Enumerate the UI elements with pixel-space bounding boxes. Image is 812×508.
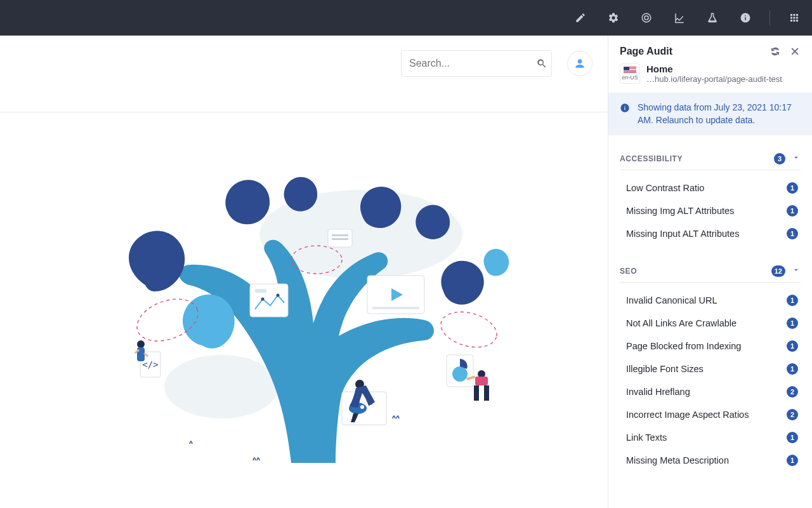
gear-icon[interactable] [605, 9, 622, 27]
svg-point-21 [137, 340, 145, 348]
issue-count-badge: 1 [787, 318, 798, 329]
issue-label: Not All Links Are Crawlable [626, 318, 737, 328]
section-header[interactable]: SEO12 [620, 259, 801, 283]
issue-count-badge: 1 [787, 455, 798, 466]
section-label: ACCESSIBILITY [620, 154, 683, 163]
svg-rect-7 [332, 238, 348, 240]
issue-count-badge: 1 [787, 205, 798, 217]
svg-rect-14 [372, 307, 419, 309]
issue-item[interactable]: Invalid Canonical URL1 [620, 289, 801, 312]
issue-item[interactable]: Missing Input ALT Attributes1 [620, 222, 801, 245]
svg-point-10 [277, 293, 280, 297]
svg-rect-28 [474, 385, 479, 401]
avatar[interactable] [567, 51, 593, 76]
svg-rect-11 [255, 289, 266, 293]
issue-count-badge: 1 [787, 295, 798, 306]
issue-label: Incorrect Image Aspect Ratios [626, 410, 749, 420]
target-icon[interactable] [638, 9, 655, 27]
svg-rect-29 [484, 385, 489, 401]
page-title: Home [646, 64, 782, 74]
svg-point-3 [437, 306, 501, 353]
info-icon[interactable] [737, 9, 754, 27]
issue-list: Invalid Canonical URL1Not All Links Are … [620, 283, 801, 486]
svg-point-1 [164, 355, 278, 418]
issue-label: Low Contrast Ratio [626, 183, 704, 193]
section-header[interactable]: ACCESSIBILITY3 [620, 147, 801, 170]
issue-item[interactable]: Incorrect Image Aspect Ratios2 [620, 403, 801, 426]
pencil-icon[interactable] [572, 9, 589, 27]
search-input[interactable] [409, 58, 536, 69]
issue-item[interactable]: Not All Links Are Crawlable1 [620, 312, 801, 335]
page-audit-panel: Page Audit en-US Home …hub.io/liferay-po… [608, 36, 812, 508]
info-text: Showing data from July 23, 2021 10:17 AM… [638, 102, 801, 126]
svg-rect-27 [475, 377, 488, 385]
issue-count-badge: 1 [787, 363, 798, 375]
issue-list: Low Contrast Ratio1Missing Img ALT Attri… [620, 170, 801, 259]
page-url: …hub.io/liferay-portal/page-audit-test [646, 74, 782, 84]
panel-title: Page Audit [620, 46, 770, 57]
issue-count-badge: 2 [787, 386, 798, 398]
issue-item[interactable]: Missing Meta Description1 [620, 449, 801, 472]
toolbar-divider [769, 10, 770, 25]
page-header [0, 36, 608, 91]
issue-count-badge: 1 [787, 432, 798, 443]
issue-label: Link Texts [626, 432, 667, 443]
grid-icon[interactable] [785, 9, 803, 27]
issue-label: Page Blocked from Indexing [626, 341, 741, 351]
issue-item[interactable]: Illegible Font Sizes1 [620, 358, 801, 380]
issue-label: Missing Meta Description [626, 455, 729, 465]
chevron-down-icon [792, 265, 801, 277]
hero-illustration: </> [0, 112, 608, 508]
issue-count-badge: 1 [787, 182, 798, 194]
section-count-badge: 12 [771, 265, 785, 277]
issue-item[interactable]: Low Contrast Ratio1 [620, 177, 801, 199]
search-icon[interactable] [536, 58, 547, 69]
page-meta: en-US Home …hub.io/liferay-portal/page-a… [608, 64, 812, 93]
search-box[interactable] [401, 50, 552, 77]
issue-label: Missing Input ALT Attributes [626, 229, 739, 239]
flag-icon [624, 67, 636, 74]
language-code: en-US [622, 74, 638, 81]
language-badge[interactable]: en-US [620, 64, 640, 84]
chart-icon[interactable] [671, 9, 688, 27]
close-icon[interactable] [790, 46, 801, 57]
issue-item[interactable]: Invalid Hreflang2 [620, 380, 801, 403]
info-icon [620, 103, 630, 126]
svg-point-18 [360, 405, 364, 409]
svg-point-9 [261, 297, 265, 300]
issue-count-badge: 2 [787, 409, 798, 420]
issue-label: Illegible Font Sizes [626, 364, 704, 374]
info-alert: Showing data from July 23, 2021 10:17 AM… [608, 93, 812, 135]
panel-header: Page Audit [608, 36, 812, 64]
issue-count-badge: 1 [787, 228, 798, 239]
issue-sections: ACCESSIBILITY3Low Contrast Ratio1Missing… [608, 135, 812, 508]
section-label: SEO [620, 267, 637, 276]
issue-item[interactable]: Page Blocked from Indexing1 [620, 335, 801, 358]
refresh-icon[interactable] [770, 46, 780, 57]
chevron-down-icon [792, 153, 801, 164]
issue-item[interactable]: Missing Img ALT Attributes1 [620, 199, 801, 222]
flask-icon[interactable] [704, 9, 721, 27]
issue-label: Invalid Canonical URL [626, 295, 717, 305]
svg-text:</>: </> [142, 359, 158, 370]
issue-label: Missing Img ALT Attributes [626, 206, 734, 216]
issue-count-badge: 1 [787, 340, 798, 352]
top-toolbar [0, 0, 812, 36]
section-count-badge: 3 [774, 153, 785, 164]
svg-rect-6 [332, 234, 348, 236]
issue-label: Invalid Hreflang [626, 387, 690, 397]
issue-item[interactable]: Link Texts1 [620, 426, 801, 449]
main-content: </> [0, 36, 608, 508]
